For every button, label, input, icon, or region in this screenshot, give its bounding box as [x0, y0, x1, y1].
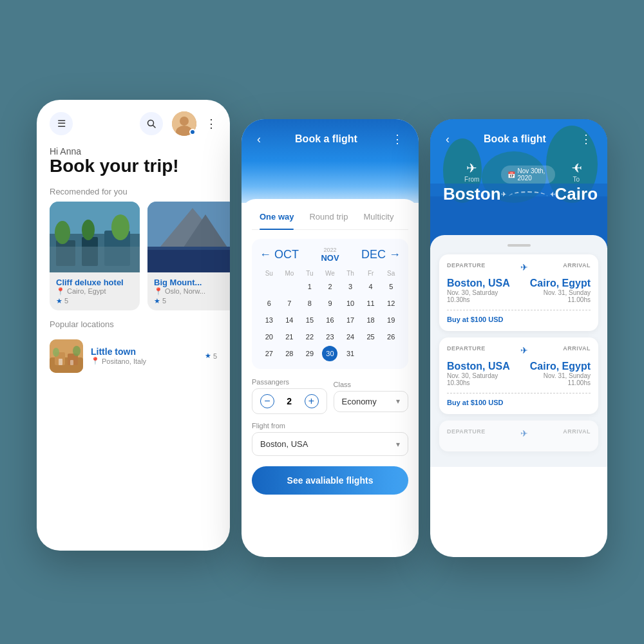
cal-day-30[interactable]: 30 — [322, 346, 337, 361]
day-th: Th — [341, 268, 360, 279]
tab-multicity[interactable]: Multicity — [355, 209, 401, 224]
chevron-icon: ▾ — [396, 397, 400, 406]
flight-arc: ✈ ✈ — [501, 186, 555, 202]
cal-day-3[interactable]: 3 — [343, 279, 358, 294]
cal-day-26[interactable]: 26 — [383, 329, 399, 345]
popular-info-1: Little town 📍 Positano, Italy — [91, 346, 197, 365]
location-icon: 📍 — [56, 287, 65, 296]
cal-day-6[interactable]: 6 — [261, 296, 277, 311]
p2-header: ‹ Book a flight ⋮ — [242, 119, 419, 203]
dep-label-2: DEPARTURE — [447, 345, 486, 355]
p2-back-button[interactable]: ‹ — [252, 130, 266, 149]
cal-day-15[interactable]: 15 — [302, 312, 317, 328]
calendar-grid: Su Mo Tu We Th Fr Sa — [260, 268, 401, 279]
dep-label-3: DEPARTURE — [447, 428, 486, 439]
day-tu: Tu — [300, 268, 319, 279]
cal-day-21[interactable]: 21 — [281, 329, 297, 345]
to-label: To — [555, 176, 598, 183]
hotel-2-rating: ★ 5 — [154, 297, 230, 305]
p3-back-button[interactable]: ‹ — [440, 130, 455, 149]
cal-day-17[interactable]: 17 — [343, 312, 358, 328]
p3-body: DEPARTURE ✈ ARRIVAL Boston, USA Nov. 30,… — [430, 235, 607, 467]
cal-day-14[interactable]: 14 — [281, 312, 297, 328]
svg-point-11 — [82, 220, 95, 240]
date-badge: 📅 Nov 30th, 2020 — [501, 166, 555, 184]
cal-day-16[interactable]: 16 — [322, 312, 337, 328]
avatar[interactable] — [172, 111, 196, 136]
hotel-card-1[interactable]: Cliff deluxe hotel 📍 Cairo, Egypt ★ 5 — [50, 202, 140, 310]
hotel-1-title: Cliff deluxe hotel — [56, 278, 133, 287]
phone-3: ‹ Book a flight ⋮ ✈ From Boston 📅 Nov 30… — [430, 119, 607, 557]
cal-day-11[interactable]: 11 — [363, 296, 379, 311]
day-mo: Mo — [280, 268, 299, 279]
class-select[interactable]: Economy ▾ — [334, 391, 409, 412]
cal-day-31[interactable]: 31 — [343, 346, 358, 361]
p3-route: ✈ From Boston 📅 Nov 30th, 2020 ✈ ✈ — [430, 155, 607, 204]
p3-more-button[interactable]: ⋮ — [575, 129, 597, 149]
cal-day-4[interactable]: 4 — [363, 279, 379, 294]
cal-day-12[interactable]: 12 — [383, 296, 399, 311]
passengers-count: 2 — [279, 396, 299, 406]
p2-more-button[interactable]: ⋮ — [386, 129, 408, 149]
online-dot — [189, 129, 196, 135]
popular-label: Popular locations — [37, 310, 230, 334]
popular-thumb-1 — [50, 339, 83, 373]
passengers-stepper: − 2 + — [252, 388, 327, 414]
tab-one-way[interactable]: One way — [252, 209, 301, 224]
cal-day-9[interactable]: 9 — [322, 296, 337, 311]
cal-day-23[interactable]: 23 — [322, 329, 337, 345]
passengers-label: Passangers — [252, 378, 327, 386]
menu-icon[interactable]: ☰ — [50, 112, 73, 135]
result-3-header: DEPARTURE ✈ ARRIVAL — [447, 428, 591, 439]
flight-from-dropdown[interactable]: Boston, USA ▾ — [252, 432, 408, 456]
result-2-header: DEPARTURE ✈ ARRIVAL — [447, 345, 591, 355]
cal-day-28[interactable]: 28 — [281, 346, 297, 361]
svg-rect-18 — [147, 250, 230, 272]
card-divider-1 — [447, 310, 591, 310]
cal-day-29[interactable]: 29 — [302, 346, 317, 361]
svg-point-3 — [180, 117, 189, 126]
more-menu-icon[interactable]: ⋮ — [205, 112, 217, 135]
cal-day-19[interactable]: 19 — [383, 312, 399, 328]
see-flights-button[interactable]: See avaliable flights — [252, 466, 408, 495]
plane-icon-3: ✈ — [520, 428, 528, 439]
greeting-hi: Hi Anna — [50, 146, 217, 156]
passengers-class-row: Passangers − 2 + Class Economy ▾ — [252, 378, 408, 414]
cal-day-13[interactable]: 13 — [261, 312, 277, 328]
dropdown-chevron: ▾ — [396, 440, 400, 449]
cal-day-1[interactable]: 1 — [302, 279, 317, 294]
flight-result-2[interactable]: DEPARTURE ✈ ARRIVAL Boston, USA Nov. 30,… — [439, 337, 598, 414]
cal-day-22[interactable]: 22 — [302, 329, 317, 345]
star-icon-3: ★ — [205, 352, 211, 360]
popular-name-1: Little town — [91, 346, 197, 357]
prev-month-button[interactable]: ← OCT — [260, 248, 299, 261]
star-icon: ★ — [56, 297, 62, 305]
cal-day-10[interactable]: 10 — [343, 296, 358, 311]
plane-icon-2: ✈ — [520, 345, 528, 355]
popular-item-1[interactable]: Little town 📍 Positano, Italy ★ 5 — [37, 334, 230, 378]
cal-day-5[interactable]: 5 — [383, 279, 399, 294]
cal-day-2[interactable]: 2 — [322, 279, 337, 294]
next-month-button[interactable]: DEC → — [361, 248, 401, 261]
tab-round-trip[interactable]: Round trip — [301, 209, 355, 224]
cal-day-25[interactable]: 25 — [363, 329, 379, 345]
class-label: Class — [334, 381, 409, 388]
cal-day-27[interactable]: 27 — [261, 346, 277, 361]
search-icon[interactable] — [140, 112, 163, 135]
hotel-card-2[interactable]: Big Mount... 📍 Oslo, Norw... ★ 5 — [147, 202, 230, 310]
arr-info-2: Cairo, Egypt Nov. 31, Sunday 11.00hs — [519, 361, 591, 386]
svg-point-12 — [111, 214, 129, 240]
cal-day-24[interactable]: 24 — [343, 329, 358, 345]
cal-day-18[interactable]: 18 — [363, 312, 379, 328]
increment-button[interactable]: + — [305, 394, 319, 408]
cal-day-7[interactable]: 7 — [281, 296, 297, 311]
flight-result-3[interactable]: DEPARTURE ✈ ARRIVAL — [439, 421, 598, 451]
flight-result-1[interactable]: DEPARTURE ✈ ARRIVAL Boston, USA Nov. 30,… — [439, 254, 598, 331]
hotel-2-title: Big Mount... — [154, 278, 230, 287]
cal-day-20[interactable]: 20 — [261, 329, 277, 345]
svg-point-10 — [55, 221, 70, 244]
tabs: One way Round trip Multicity — [252, 209, 408, 230]
decrement-button[interactable]: − — [260, 394, 274, 408]
cal-day-8[interactable]: 8 — [302, 296, 317, 311]
cal-day-empty — [363, 346, 379, 361]
